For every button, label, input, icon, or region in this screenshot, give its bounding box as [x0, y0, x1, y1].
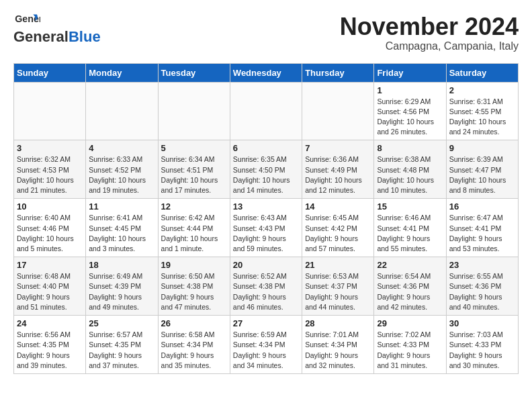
day-number: 15 — [377, 201, 443, 212]
day-info: Sunrise: 6:36 AMSunset: 4:49 PMDaylight:… — [305, 154, 371, 195]
calendar-day-cell — [86, 82, 158, 140]
day-number: 10 — [17, 201, 83, 212]
day-number: 21 — [305, 260, 371, 270]
weekday-header-saturday: Saturday — [446, 63, 518, 82]
day-number: 8 — [377, 143, 443, 153]
day-info: Sunrise: 6:41 AMSunset: 4:45 PMDaylight:… — [89, 213, 154, 254]
day-info: Sunrise: 6:31 AMSunset: 4:55 PMDaylight:… — [449, 97, 515, 138]
day-info: Sunrise: 6:29 AMSunset: 4:56 PMDaylight:… — [377, 97, 443, 138]
calendar-day-cell: 10Sunrise: 6:40 AMSunset: 4:46 PMDayligh… — [14, 199, 86, 257]
calendar-day-cell — [302, 82, 374, 140]
day-number: 9 — [449, 143, 515, 153]
location-subtitle: Campagna, Campania, Italy — [340, 40, 519, 52]
day-number: 22 — [377, 260, 443, 270]
calendar-day-cell: 15Sunrise: 6:46 AMSunset: 4:41 PMDayligh… — [374, 199, 446, 257]
day-info: Sunrise: 6:59 AMSunset: 4:34 PMDaylight:… — [233, 330, 299, 371]
calendar-day-cell: 26Sunrise: 6:58 AMSunset: 4:34 PMDayligh… — [158, 316, 230, 374]
day-number: 27 — [233, 318, 299, 328]
day-info: Sunrise: 6:46 AMSunset: 4:41 PMDaylight:… — [377, 213, 443, 254]
calendar-week-row: 17Sunrise: 6:48 AMSunset: 4:40 PMDayligh… — [14, 257, 519, 316]
calendar-day-cell: 16Sunrise: 6:47 AMSunset: 4:41 PMDayligh… — [446, 199, 518, 257]
day-number: 24 — [17, 318, 83, 328]
day-info: Sunrise: 6:52 AMSunset: 4:38 PMDaylight:… — [233, 271, 299, 312]
calendar-day-cell: 18Sunrise: 6:49 AMSunset: 4:39 PMDayligh… — [86, 257, 158, 316]
title-section: November 2024 Campagna, Campania, Italy — [340, 13, 519, 52]
calendar-day-cell: 14Sunrise: 6:45 AMSunset: 4:42 PMDayligh… — [302, 199, 374, 257]
day-info: Sunrise: 6:34 AMSunset: 4:51 PMDaylight:… — [161, 154, 227, 195]
calendar-day-cell — [158, 82, 230, 140]
calendar-week-row: 24Sunrise: 6:56 AMSunset: 4:35 PMDayligh… — [14, 316, 519, 374]
calendar-header-row: SundayMondayTuesdayWednesdayThursdayFrid… — [14, 63, 519, 82]
day-info: Sunrise: 6:43 AMSunset: 4:43 PMDaylight:… — [233, 213, 299, 254]
day-number: 3 — [17, 143, 83, 153]
page-header: General GeneralBlue November 2024 Campag… — [13, 13, 519, 52]
day-number: 30 — [449, 318, 515, 328]
calendar-day-cell: 1Sunrise: 6:29 AMSunset: 4:56 PMDaylight… — [374, 82, 446, 140]
day-info: Sunrise: 6:49 AMSunset: 4:39 PMDaylight:… — [89, 271, 154, 312]
calendar-day-cell: 29Sunrise: 7:02 AMSunset: 4:33 PMDayligh… — [374, 316, 446, 374]
calendar-day-cell: 25Sunrise: 6:57 AMSunset: 4:35 PMDayligh… — [86, 316, 158, 374]
weekday-header-wednesday: Wednesday — [230, 63, 302, 82]
calendar-day-cell: 21Sunrise: 6:53 AMSunset: 4:37 PMDayligh… — [302, 257, 374, 316]
day-number: 2 — [449, 85, 515, 95]
calendar-day-cell: 4Sunrise: 6:33 AMSunset: 4:52 PMDaylight… — [86, 140, 158, 199]
calendar-day-cell: 6Sunrise: 6:35 AMSunset: 4:50 PMDaylight… — [230, 140, 302, 199]
day-info: Sunrise: 7:02 AMSunset: 4:33 PMDaylight:… — [377, 330, 443, 371]
day-number: 11 — [89, 201, 154, 212]
calendar-day-cell: 20Sunrise: 6:52 AMSunset: 4:38 PMDayligh… — [230, 257, 302, 316]
calendar-day-cell: 12Sunrise: 6:42 AMSunset: 4:44 PMDayligh… — [158, 199, 230, 257]
day-info: Sunrise: 6:42 AMSunset: 4:44 PMDaylight:… — [161, 213, 227, 254]
weekday-header-sunday: Sunday — [14, 63, 86, 82]
calendar-day-cell: 22Sunrise: 6:54 AMSunset: 4:36 PMDayligh… — [374, 257, 446, 316]
calendar-day-cell: 17Sunrise: 6:48 AMSunset: 4:40 PMDayligh… — [14, 257, 86, 316]
calendar-day-cell: 7Sunrise: 6:36 AMSunset: 4:49 PMDaylight… — [302, 140, 374, 199]
day-info: Sunrise: 6:57 AMSunset: 4:35 PMDaylight:… — [89, 330, 154, 371]
day-number: 17 — [17, 260, 83, 270]
logo-blue: Blue — [69, 28, 101, 46]
calendar-table: SundayMondayTuesdayWednesdayThursdayFrid… — [13, 63, 519, 374]
calendar-day-cell — [230, 82, 302, 140]
day-number: 4 — [89, 143, 154, 153]
logo: General GeneralBlue — [13, 13, 101, 46]
calendar-day-cell: 2Sunrise: 6:31 AMSunset: 4:55 PMDaylight… — [446, 82, 518, 140]
calendar-week-row: 1Sunrise: 6:29 AMSunset: 4:56 PMDaylight… — [14, 82, 519, 140]
calendar-day-cell: 13Sunrise: 6:43 AMSunset: 4:43 PMDayligh… — [230, 199, 302, 257]
day-number: 28 — [305, 318, 371, 328]
day-info: Sunrise: 6:40 AMSunset: 4:46 PMDaylight:… — [17, 213, 83, 254]
calendar-day-cell: 5Sunrise: 6:34 AMSunset: 4:51 PMDaylight… — [158, 140, 230, 199]
day-number: 5 — [161, 143, 227, 153]
day-number: 16 — [449, 201, 515, 212]
calendar-week-row: 3Sunrise: 6:32 AMSunset: 4:53 PMDaylight… — [14, 140, 519, 199]
calendar-day-cell: 19Sunrise: 6:50 AMSunset: 4:38 PMDayligh… — [158, 257, 230, 316]
day-info: Sunrise: 6:45 AMSunset: 4:42 PMDaylight:… — [305, 213, 371, 254]
day-info: Sunrise: 6:53 AMSunset: 4:37 PMDaylight:… — [305, 271, 371, 312]
day-info: Sunrise: 6:56 AMSunset: 4:35 PMDaylight:… — [17, 330, 83, 371]
calendar-day-cell: 9Sunrise: 6:39 AMSunset: 4:47 PMDaylight… — [446, 140, 518, 199]
weekday-header-friday: Friday — [374, 63, 446, 82]
day-info: Sunrise: 6:48 AMSunset: 4:40 PMDaylight:… — [17, 271, 83, 312]
day-info: Sunrise: 6:33 AMSunset: 4:52 PMDaylight:… — [89, 154, 154, 195]
calendar-day-cell: 11Sunrise: 6:41 AMSunset: 4:45 PMDayligh… — [86, 199, 158, 257]
day-number: 23 — [449, 260, 515, 270]
day-number: 20 — [233, 260, 299, 270]
day-info: Sunrise: 6:47 AMSunset: 4:41 PMDaylight:… — [449, 213, 515, 254]
day-number: 12 — [161, 201, 227, 212]
day-number: 13 — [233, 201, 299, 212]
month-title: November 2024 — [340, 13, 519, 40]
calendar-day-cell: 27Sunrise: 6:59 AMSunset: 4:34 PMDayligh… — [230, 316, 302, 374]
calendar-day-cell: 3Sunrise: 6:32 AMSunset: 4:53 PMDaylight… — [14, 140, 86, 199]
calendar-day-cell: 24Sunrise: 6:56 AMSunset: 4:35 PMDayligh… — [14, 316, 86, 374]
day-number: 1 — [377, 85, 443, 95]
calendar-day-cell — [14, 82, 86, 140]
calendar-day-cell: 23Sunrise: 6:55 AMSunset: 4:36 PMDayligh… — [446, 257, 518, 316]
day-info: Sunrise: 7:01 AMSunset: 4:34 PMDaylight:… — [305, 330, 371, 371]
day-number: 19 — [161, 260, 227, 270]
day-info: Sunrise: 6:35 AMSunset: 4:50 PMDaylight:… — [233, 154, 299, 195]
calendar-day-cell: 30Sunrise: 7:03 AMSunset: 4:33 PMDayligh… — [446, 316, 518, 374]
day-info: Sunrise: 6:50 AMSunset: 4:38 PMDaylight:… — [161, 271, 227, 312]
day-number: 18 — [89, 260, 154, 270]
day-number: 26 — [161, 318, 227, 328]
day-number: 14 — [305, 201, 371, 212]
day-info: Sunrise: 6:58 AMSunset: 4:34 PMDaylight:… — [161, 330, 227, 371]
day-info: Sunrise: 6:38 AMSunset: 4:48 PMDaylight:… — [377, 154, 443, 195]
